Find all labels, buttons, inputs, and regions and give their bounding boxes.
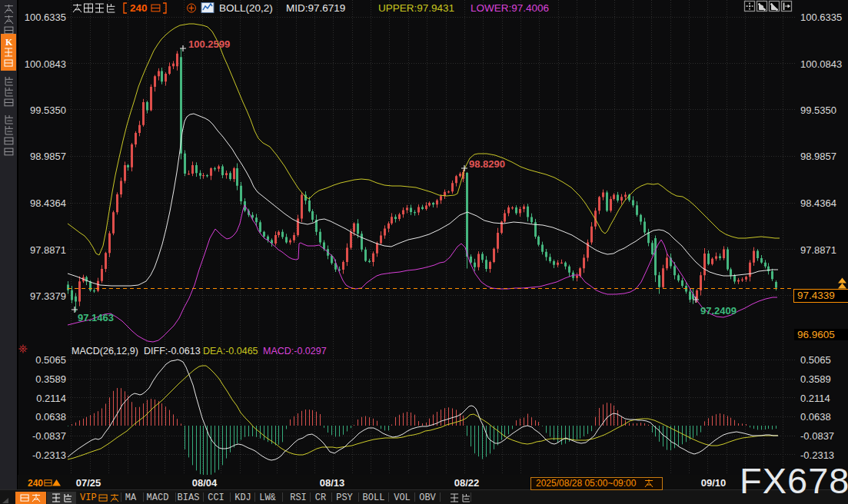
- svg-text:K: K: [5, 37, 13, 48]
- svg-text:240: 240: [130, 2, 148, 14]
